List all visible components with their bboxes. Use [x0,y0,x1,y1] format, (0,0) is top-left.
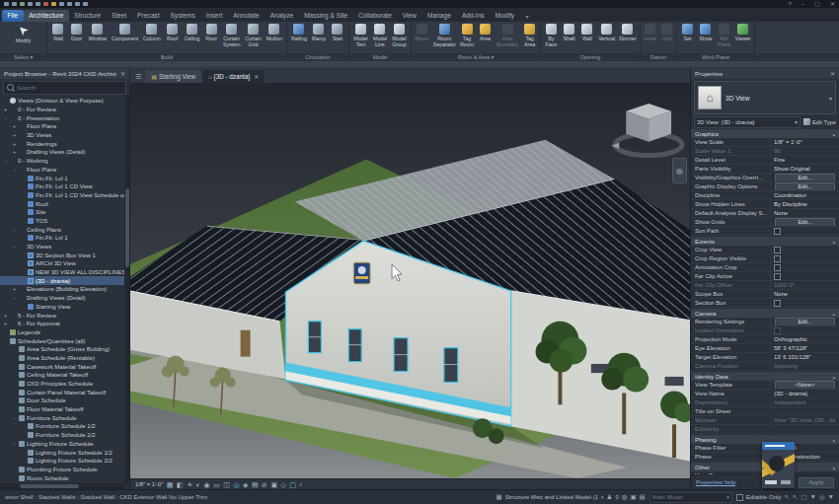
scrollbar-thumb[interactable] [125,188,129,267]
property-row-title-on-sheet[interactable]: Title on Sheet [691,407,839,416]
close-icon[interactable]: ✕ [830,0,835,8]
collapse-icon[interactable]: ▴ [832,465,835,470]
property-row-visibility-graphics-overri[interactable]: Visibility/Graphics Overri...Edit... [691,174,839,182]
tree-item-6-for-approval[interactable]: +6 - For Approval [0,320,129,328]
properties-header[interactable]: Properties ✕ [691,67,839,79]
filter-icon[interactable]: ▼ [809,493,815,501]
section-icon[interactable] [75,2,80,6]
temporary-view-properties-icon[interactable]: ▤ [252,481,259,488]
tree-expander[interactable]: - [3,158,8,164]
tree-item-drafting-views-detail[interactable]: -Drafting Views (Detail) [0,294,129,303]
worksharing-display-icon[interactable]: ▣ [270,481,277,488]
stair-button[interactable]: Stair [330,24,345,41]
property-row-workset[interactable]: WorksetView "3D View: {3D - dzant... [691,416,839,425]
navigation-wheel-button[interactable]: ◎ [672,158,687,183]
measure-icon[interactable] [51,2,56,6]
tree-expander[interactable]: + [12,132,17,138]
annotation-crop-checkbox[interactable] [774,264,781,271]
type-selector[interactable]: ⌂ 3D View ▾ [694,81,836,114]
element-selector[interactable]: 3D View: {3D - dzanta} ▾ [694,116,801,128]
section-box-icon[interactable]: ▢ [289,481,296,488]
tree-item-furniture-schedule-2-2[interactable]: Furniture Schedule 2/2 [0,431,129,440]
tree-expander[interactable]: - [12,295,17,301]
property-value[interactable]: 96 [774,148,781,154]
ribbon-tab-add-ins[interactable]: Add-Ins [456,10,490,22]
property-value[interactable]: None [774,210,788,216]
edit-button[interactable]: Edit... [775,218,835,226]
tree-expander[interactable]: + [3,107,8,112]
tree-expander[interactable]: - [12,415,17,421]
scrollbar-thumb[interactable] [20,484,79,488]
collaborate-cloud-icon[interactable]: ◍ [622,493,628,501]
project-browser-header[interactable]: Project Browser - Revit 2024 CKD Archivt… [0,67,129,79]
worksets-user-icon[interactable]: ♟ [607,493,613,501]
sync-icon[interactable] [20,2,25,6]
tree-item-5-for-review[interactable]: +5 - For Review [0,311,129,320]
show-crop-region-icon[interactable]: ◫ [223,481,230,488]
property-row-annotation-crop[interactable]: Annotation Crop [691,263,839,272]
tree-item-area-schedule-gross-building[interactable]: Area Schedule (Gross Building) [0,345,129,354]
tree-item-plumbing-fixture-schedule[interactable]: Plumbing Fixture Schedule [0,466,129,474]
ribbon-tab-steel[interactable]: Steel [107,10,132,22]
browser-vertical-scrollbar[interactable] [124,95,129,483]
ribbon-tab-massing-site[interactable]: Massing & Site [299,10,353,22]
door-button[interactable]: Door [69,24,85,41]
tree-item-fin-flr-lvl-1[interactable]: Fin.Flr. Lvl 1 [0,234,129,243]
wall-button[interactable]: Wall [579,24,595,41]
tag-area-button[interactable]: Tag Area [522,24,538,47]
tree-expander[interactable]: - [12,167,17,173]
shadows-icon[interactable]: ◐ [196,481,200,488]
by-face-button[interactable]: By Face [543,24,559,47]
property-row-dependency[interactable]: DependencyIndependent [691,398,839,407]
ribbon-tab-file[interactable]: File [2,10,24,22]
tree-expander[interactable]: + [3,321,8,326]
tree-item-0-for-review[interactable]: +0 - For Review [0,106,129,114]
tree-item-schedules-quantities-all[interactable]: Schedules/Quantities (all) [0,336,129,345]
property-value[interactable]: {3D - dzanta} [774,391,807,396]
property-row-discipline[interactable]: DisciplineCoordination [691,191,839,200]
property-row-scope-box[interactable]: Scope BoxNone [691,290,839,299]
property-row-crop-region-visible[interactable]: Crop Region Visible [691,254,839,263]
collapse-icon[interactable]: ▴ [832,131,835,137]
property-value[interactable]: Orthographic [774,336,807,342]
model-text-button[interactable]: Model Text [352,24,368,47]
browser-horizontal-scrollbar[interactable] [0,483,124,489]
property-value[interactable]: None [774,291,788,297]
editable-only-checkbox[interactable] [736,494,743,501]
select-pinned-icon[interactable]: ↖ [793,493,798,501]
tree-item-starting-view[interactable]: Starting View [0,303,129,312]
mullion-button[interactable]: Mullion [266,24,283,41]
tree-item-door-schedule[interactable]: Door Schedule [0,396,129,405]
shaft-button[interactable]: Shaft [562,24,577,41]
minimize-icon[interactable]: − [801,0,805,8]
vertical-button[interactable]: Vertical [597,24,616,41]
tree-item-fin-flr-lvl-1-cd-view[interactable]: Fin.Flr. Lvl 1 CD View [0,182,129,191]
tree-item-3d-dzanta[interactable]: {3D - dzanta} [0,276,129,285]
tree-item-ckd-principles-schedule[interactable]: CKD Principles Schedule [0,380,129,389]
set-button[interactable]: Set [679,24,695,41]
active-model-dropdown[interactable]: Main Model ▾ [649,492,732,503]
edit-button[interactable]: Edit... [775,182,835,190]
property-value[interactable]: 13' 6 101/128" [774,354,811,360]
property-row-crop-view[interactable]: Crop View [691,246,839,254]
property-row-far-clip-active[interactable]: Far Clip Active [691,272,839,281]
property-row-show-hidden-lines[interactable]: Show Hidden LinesBy Discipline [691,200,839,209]
tree-item-drafting-views-detail[interactable]: +Drafting Views (Detail) [0,148,129,157]
edit-type-button[interactable]: Edit Type [803,118,836,125]
scale-control[interactable]: 1/8" = 1'-0" [135,481,163,487]
restore-icon[interactable]: ▢ [814,0,820,8]
ribbon-tab-precast[interactable]: Precast [132,10,165,22]
model-line-button[interactable]: Model Line [372,24,388,47]
show-button[interactable]: Show [698,24,714,41]
tree-item-arch-3d-view[interactable]: ARCH 3D View [0,259,129,268]
property-row-default-analysis-display-s[interactable]: Default Analysis Display S...None [691,209,839,218]
tree-item-room-schedule[interactable]: Room Schedule [0,473,129,482]
section-header-identity-data[interactable]: Identity Data▴ [691,371,839,381]
edit-button[interactable]: Edit... [775,174,835,181]
ribbon-tab-modify[interactable]: Modify [490,10,519,22]
section-header-graphics[interactable]: Graphics▴ [691,128,839,138]
ribbon-tab-insert[interactable]: Insert [200,10,228,22]
tree-item-curtain-panel-material-takeoff[interactable]: Curtain Panel Material Takeoff [0,388,129,396]
ribbon-tab-architecture[interactable]: Architecture [24,10,69,22]
tree-item-floor-plans[interactable]: -Floor Plans [0,166,129,175]
